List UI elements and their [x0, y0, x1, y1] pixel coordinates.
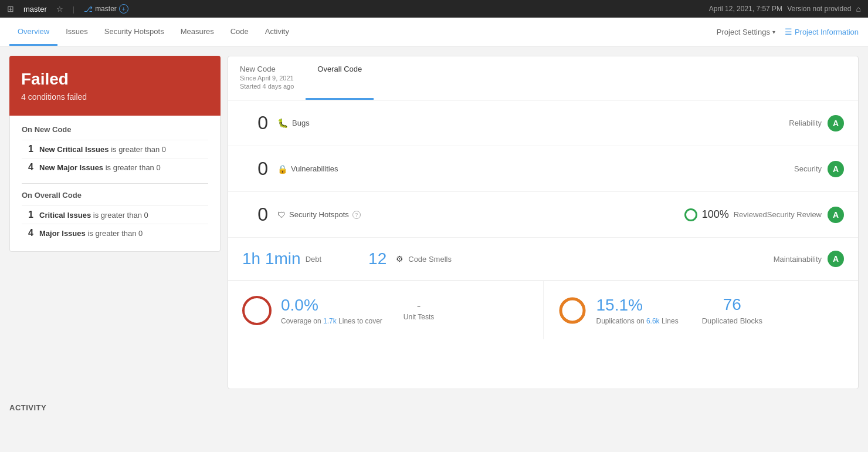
conditions-panel: On New Code 1 New Critical Issues is gre…	[9, 116, 221, 252]
project-name[interactable]: master	[23, 5, 47, 14]
tab-measures[interactable]: Measures	[172, 18, 222, 46]
condition-label-4: Major Issues is greater than 0	[39, 229, 143, 238]
star-icon[interactable]: ☆	[56, 5, 63, 14]
vulnerabilities-grade: A	[828, 161, 844, 177]
condition-num-2: 4	[22, 162, 33, 173]
nav-tabs: Overview Issues Security Hotspots Measur…	[9, 18, 717, 46]
bug-icon: 🐛	[277, 118, 289, 129]
hotspots-category: Security Review	[767, 210, 822, 219]
shield-icon: 🛡	[277, 210, 286, 220]
duplication-ring	[558, 296, 587, 325]
failed-title: Failed	[21, 70, 209, 89]
main-content: Failed 4 conditions failed On New Code 1…	[0, 46, 868, 399]
separator: |	[73, 5, 74, 14]
list-icon: ☰	[785, 27, 792, 36]
tab-code[interactable]: Code	[222, 18, 257, 46]
condition-num-3: 1	[22, 210, 33, 220]
tab-security-hotspots[interactable]: Security Hotspots	[96, 18, 172, 46]
debt-label: Debt	[306, 255, 321, 264]
hotspots-info-icon[interactable]: ?	[352, 211, 361, 219]
condition-row: 4 New Major Issues is greater than 0	[22, 158, 208, 176]
branch-selector[interactable]: ⎇ master +	[84, 4, 128, 14]
branch-name: master	[95, 5, 117, 13]
nav-right: Project Settings ▾ ☰ Project Information	[717, 18, 859, 46]
coverage-pct[interactable]: 0.0%	[281, 296, 382, 315]
tab-activity[interactable]: Activity	[257, 18, 297, 46]
add-branch-button[interactable]: +	[119, 4, 128, 14]
vulnerabilities-category: Security	[794, 164, 822, 173]
condition-label-1: New Critical Issues is greater than 0	[39, 145, 166, 154]
left-panel: Failed 4 conditions failed On New Code 1…	[9, 56, 221, 389]
new-code-tab[interactable]: New Code Since April 9, 2021 Started 4 d…	[228, 56, 306, 100]
tab-overview[interactable]: Overview	[9, 18, 57, 46]
dup-blocks-label: Duplicated Blocks	[702, 316, 762, 325]
debt-right: Maintainability A	[774, 251, 844, 267]
duplication-pct[interactable]: 15.1%	[596, 296, 679, 315]
activity-section: ACTIVITY	[0, 399, 868, 417]
hotspots-value[interactable]: 0	[242, 204, 277, 225]
bugs-category: Reliability	[789, 119, 822, 127]
code-smells-group: 12 ⚙ Code Smells	[368, 249, 452, 268]
duplication-details: 15.1% Duplications on 6.6k Lines	[596, 296, 679, 325]
condition-row: 1 New Critical Issues is greater than 0	[22, 140, 208, 158]
chevron-down-icon: ▾	[772, 29, 775, 35]
duplication-lines: Duplications on 6.6k Lines	[596, 317, 679, 325]
condition-num-4: 4	[22, 228, 33, 238]
duplication-panel: 15.1% Duplications on 6.6k Lines 76 Dupl…	[544, 281, 859, 339]
bugs-row: 0 🐛 Bugs Reliability A	[228, 100, 858, 146]
coverage-details: 0.0% Coverage on 1.7k Lines to cover	[281, 296, 382, 325]
overall-code-section-title: On Overall Code	[22, 191, 208, 200]
unit-tests: - Unit Tests	[404, 299, 434, 321]
window-icon: ⊞	[7, 4, 14, 14]
code-smells-value[interactable]: 12	[368, 249, 386, 268]
project-settings-label: Project Settings	[717, 28, 770, 36]
branch-icon: ⎇	[84, 5, 93, 14]
unit-tests-label: Unit Tests	[404, 313, 434, 321]
unit-tests-value: -	[417, 299, 421, 313]
bugs-grade: A	[828, 115, 844, 131]
condition-num-1: 1	[22, 144, 33, 154]
duplication-lines-link[interactable]: 6.6k	[646, 317, 660, 325]
version-text: Version not provided	[787, 5, 851, 13]
coverage-circle	[242, 296, 272, 325]
project-name-text: master	[23, 5, 47, 14]
debt-value[interactable]: 1h 1min	[242, 249, 301, 268]
hotspots-label: 🛡 Security Hotspots ?	[277, 210, 684, 220]
coverage-row: 0.0% Coverage on 1.7k Lines to cover - U…	[228, 281, 858, 339]
hotspots-right: Security Review A	[767, 207, 844, 223]
hotspots-grade: A	[828, 207, 844, 223]
new-code-tab-started: Started 4 days ago	[240, 83, 294, 90]
vulnerabilities-row: 0 🔒 Vulnerabilities Security A	[228, 146, 858, 192]
bugs-label: 🐛 Bugs	[277, 118, 789, 129]
new-code-tab-date: Since April 9, 2021	[240, 75, 294, 82]
activity-title: ACTIVITY	[9, 403, 859, 412]
code-smells-label: Code Smells	[408, 255, 452, 264]
gear-icon: ⚙	[396, 254, 404, 264]
coverage-lines-link[interactable]: 1.7k	[323, 317, 337, 325]
bugs-value[interactable]: 0	[242, 112, 277, 134]
project-settings-button[interactable]: Project Settings ▾	[717, 28, 775, 36]
navbar: Overview Issues Security Hotspots Measur…	[0, 18, 868, 46]
tab-issues[interactable]: Issues	[57, 18, 96, 46]
vulnerabilities-right: Security A	[794, 161, 844, 177]
home-icon[interactable]: ⌂	[856, 4, 861, 14]
project-information-label: Project Information	[795, 28, 859, 36]
overall-code-tab[interactable]: Overall Code	[306, 56, 374, 100]
condition-label-3: Critical Issues is greater than 0	[39, 211, 148, 220]
vulnerabilities-value[interactable]: 0	[242, 158, 277, 180]
condition-row: 1 Critical Issues is greater than 0	[22, 205, 208, 224]
timestamp: April 12, 2021, 7:57 PM	[709, 5, 782, 13]
maintainability-label: Maintainability	[774, 255, 822, 264]
security-hotspots-row: 0 🛡 Security Hotspots ? 100% Reviewed Se…	[228, 192, 858, 238]
right-panel: New Code Since April 9, 2021 Started 4 d…	[228, 56, 859, 389]
bugs-right: Reliability A	[789, 115, 844, 131]
code-tabs: New Code Since April 9, 2021 Started 4 d…	[228, 56, 858, 100]
topbar-right: April 12, 2021, 7:57 PM Version not prov…	[709, 4, 861, 14]
review-label: Reviewed	[734, 210, 767, 219]
divider	[22, 183, 208, 184]
maintainability-grade: A	[828, 251, 844, 267]
failed-subtitle: 4 conditions failed	[21, 92, 209, 102]
project-information-button[interactable]: ☰ Project Information	[785, 27, 859, 36]
security-review: 100% Reviewed	[684, 208, 767, 221]
coverage-lines: Coverage on 1.7k Lines to cover	[281, 317, 382, 325]
